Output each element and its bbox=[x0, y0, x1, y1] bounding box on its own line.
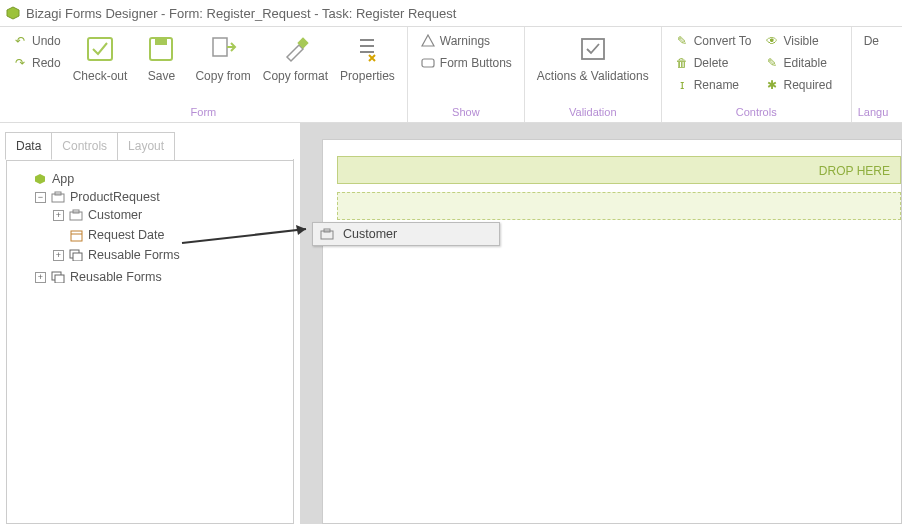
properties-icon bbox=[351, 33, 383, 65]
forms-icon bbox=[50, 269, 66, 285]
ribbon-group-controls: ✎Convert To 🗑Delete ɪRename 👁Visible ✎Ed… bbox=[662, 27, 852, 122]
formbuttons-label: Form Buttons bbox=[440, 56, 512, 70]
default-label: De bbox=[864, 34, 879, 48]
properties-button[interactable]: Properties bbox=[334, 29, 401, 87]
form-canvas[interactable]: DROP HERE bbox=[300, 123, 902, 524]
svg-marker-0 bbox=[7, 7, 19, 19]
form-surface[interactable]: DROP HERE bbox=[322, 139, 902, 524]
tree-label: App bbox=[52, 172, 74, 186]
convert-icon: ✎ bbox=[674, 33, 690, 49]
undo-label: Undo bbox=[32, 34, 61, 48]
expand-icon[interactable]: + bbox=[53, 210, 64, 221]
copyfrom-button[interactable]: Copy from bbox=[189, 29, 256, 87]
editable-label: Editable bbox=[784, 56, 827, 70]
warnings-label: Warnings bbox=[440, 34, 490, 48]
group-label-form: Form bbox=[6, 104, 401, 120]
svg-rect-16 bbox=[71, 231, 82, 241]
visible-icon: 👁 bbox=[764, 33, 780, 49]
date-icon bbox=[68, 227, 84, 243]
save-label: Save bbox=[148, 69, 175, 83]
tree-node-customer[interactable]: + Customer bbox=[53, 207, 287, 223]
convert-label: Convert To bbox=[694, 34, 752, 48]
group-label-validation: Validation bbox=[531, 104, 655, 120]
svg-rect-19 bbox=[73, 253, 82, 261]
save-icon bbox=[145, 33, 177, 65]
required-button[interactable]: ✱Required bbox=[762, 75, 835, 95]
group-label-lang: Langu bbox=[858, 104, 889, 120]
tree-node-reusable-outer[interactable]: + Reusable Forms bbox=[35, 269, 287, 285]
tab-data[interactable]: Data bbox=[5, 132, 52, 160]
tree-node-app[interactable]: App bbox=[17, 171, 287, 187]
delete-button[interactable]: 🗑Delete bbox=[672, 53, 754, 73]
ribbon-group-form: ↶Undo ↷Redo Check-out Save Copy from Cop… bbox=[0, 27, 408, 122]
redo-label: Redo bbox=[32, 56, 61, 70]
tree-node-reusable-inner[interactable]: + Reusable Forms bbox=[53, 247, 287, 263]
ribbon: ↶Undo ↷Redo Check-out Save Copy from Cop… bbox=[0, 26, 902, 123]
rename-icon: ɪ bbox=[674, 77, 690, 93]
tab-controls[interactable]: Controls bbox=[51, 132, 118, 160]
default-button[interactable]: De bbox=[862, 31, 881, 51]
tree-node-requestdate[interactable]: Request Date bbox=[53, 227, 287, 243]
checkout-icon bbox=[84, 33, 116, 65]
copyformat-label: Copy format bbox=[263, 69, 328, 83]
drop-target[interactable] bbox=[337, 192, 901, 220]
warnings-button[interactable]: Warnings bbox=[418, 31, 514, 51]
redo-button[interactable]: ↷Redo bbox=[10, 53, 63, 73]
redo-icon: ↷ bbox=[12, 55, 28, 71]
visible-button[interactable]: 👁Visible bbox=[762, 31, 835, 51]
validation-icon bbox=[577, 33, 609, 65]
copyfrom-label: Copy from bbox=[195, 69, 250, 83]
tree-label: Reusable Forms bbox=[70, 270, 162, 284]
convert-button[interactable]: ✎Convert To bbox=[672, 31, 754, 51]
svg-rect-3 bbox=[155, 38, 167, 45]
collapse-icon[interactable]: − bbox=[35, 192, 46, 203]
tree-label: ProductRequest bbox=[70, 190, 160, 204]
drag-ghost: Customer bbox=[312, 222, 500, 246]
svg-marker-11 bbox=[35, 174, 45, 184]
expand-icon[interactable]: + bbox=[53, 250, 64, 261]
visible-label: Visible bbox=[784, 34, 819, 48]
required-icon: ✱ bbox=[764, 77, 780, 93]
drop-zone-header[interactable]: DROP HERE bbox=[337, 156, 901, 184]
properties-label: Properties bbox=[340, 69, 395, 83]
tree-label: Reusable Forms bbox=[88, 248, 180, 262]
formbuttons-button[interactable]: Form Buttons bbox=[418, 53, 514, 73]
svg-rect-4 bbox=[213, 38, 227, 56]
editable-icon: ✎ bbox=[764, 55, 780, 71]
checkout-label: Check-out bbox=[73, 69, 128, 83]
required-label: Required bbox=[784, 78, 833, 92]
drag-ghost-label: Customer bbox=[343, 227, 397, 241]
tree-node-productrequest[interactable]: − ProductRequest bbox=[35, 189, 287, 205]
app-icon bbox=[32, 171, 48, 187]
svg-rect-10 bbox=[582, 39, 604, 59]
actions-label: Actions & Validations bbox=[537, 69, 649, 83]
group-label-show: Show bbox=[414, 104, 518, 120]
rename-button[interactable]: ɪRename bbox=[672, 75, 754, 95]
title-bar: Bizagi Forms Designer - Form: Register_R… bbox=[0, 0, 902, 26]
formbuttons-icon bbox=[420, 55, 436, 71]
expand-icon[interactable]: + bbox=[35, 272, 46, 283]
save-button[interactable]: Save bbox=[133, 29, 189, 87]
ribbon-group-show: Warnings Form Buttons Show bbox=[408, 27, 525, 122]
checkout-button[interactable]: Check-out bbox=[67, 29, 134, 87]
editable-button[interactable]: ✎Editable bbox=[762, 53, 835, 73]
tab-layout[interactable]: Layout bbox=[117, 132, 175, 160]
svg-rect-1 bbox=[88, 38, 112, 60]
undo-button[interactable]: ↶Undo bbox=[10, 31, 63, 51]
entity-icon bbox=[50, 189, 66, 205]
ribbon-group-lang: De Langu bbox=[852, 27, 895, 122]
svg-rect-9 bbox=[422, 59, 434, 67]
tree-label: Customer bbox=[88, 208, 142, 222]
copyformat-icon bbox=[279, 33, 311, 65]
actions-validations-button[interactable]: Actions & Validations bbox=[531, 29, 655, 87]
undo-icon: ↶ bbox=[12, 33, 28, 49]
data-tree: App − ProductRequest + bbox=[6, 159, 294, 524]
side-panel: Data Controls Layout App − bbox=[0, 123, 300, 524]
side-tabs: Data Controls Layout bbox=[6, 132, 294, 161]
warnings-icon bbox=[420, 33, 436, 49]
app-logo-icon bbox=[6, 6, 20, 20]
rename-label: Rename bbox=[694, 78, 739, 92]
entity-icon bbox=[319, 226, 335, 242]
delete-icon: 🗑 bbox=[674, 55, 690, 71]
copyformat-button[interactable]: Copy format bbox=[257, 29, 334, 87]
